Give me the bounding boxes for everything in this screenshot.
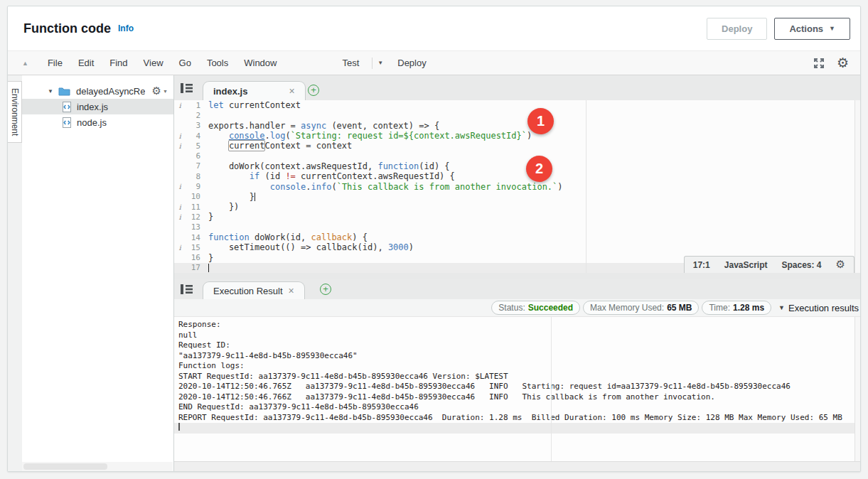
gutter-cell[interactable]: i4 bbox=[174, 131, 205, 141]
code-line-10: 10 } bbox=[174, 192, 860, 202]
execution-console[interactable]: Response:nullRequest ID:"aa137379-9c11-4… bbox=[174, 317, 860, 461]
code-line-3: 3exports.handler = async (event, context… bbox=[174, 121, 860, 131]
js-file-icon bbox=[63, 117, 71, 128]
line-number: 9 bbox=[186, 182, 205, 191]
status-badge: Status:Succeeded bbox=[491, 301, 580, 315]
console-line-13 bbox=[174, 423, 860, 434]
ide-settings-gear-icon[interactable]: ⚙ bbox=[837, 56, 849, 70]
actions-button[interactable]: Actions ▼ bbox=[774, 18, 850, 40]
tree-settings-button[interactable]: ⚙ ▼ bbox=[152, 86, 173, 97]
code-text: } bbox=[205, 212, 213, 222]
menu-items: FileEditFindViewGoToolsWindow bbox=[40, 58, 285, 68]
tree-scrollbar[interactable] bbox=[22, 462, 173, 471]
gutter-cell[interactable]: i1 bbox=[174, 101, 205, 110]
gutter-info-icon: i bbox=[174, 213, 186, 221]
tab-execution-result[interactable]: Execution Result × bbox=[203, 281, 305, 299]
info-link[interactable]: Info bbox=[118, 23, 134, 33]
folder-expander-icon[interactable]: ▼ bbox=[48, 88, 53, 95]
gutter-info-icon: i bbox=[174, 132, 186, 140]
text-cursor bbox=[254, 193, 255, 201]
gutter-cell[interactable]: 3 bbox=[174, 121, 205, 130]
code-line-2: 2 bbox=[174, 110, 860, 120]
tab-index-js[interactable]: index.js × bbox=[203, 81, 306, 100]
console-scrollbar[interactable] bbox=[854, 317, 860, 461]
menu-item-test[interactable]: Test bbox=[334, 58, 367, 68]
line-number: 12 bbox=[186, 212, 205, 222]
code-text: exports.handler = async (event, context)… bbox=[205, 121, 439, 131]
gutter-info-icon: i bbox=[174, 203, 186, 211]
gutter-info-icon: i bbox=[174, 142, 186, 150]
menu-item-go[interactable]: Go bbox=[171, 58, 199, 68]
menu-item-view[interactable]: View bbox=[136, 58, 171, 68]
menu-item-find[interactable]: Find bbox=[102, 58, 135, 68]
menu-item-window[interactable]: Window bbox=[236, 58, 284, 68]
ide-content: Environment ▼ delayedAsyncReturn ⚙ ▼ ind… bbox=[8, 75, 860, 471]
gutter-cell[interactable]: i5 bbox=[174, 141, 205, 151]
console-line-10: 2020-10-14T12:50:46.766Z aa137379-9c11-4… bbox=[174, 392, 860, 403]
gutter-cell[interactable]: 6 bbox=[174, 151, 205, 161]
chevron-down-icon: ▼ bbox=[829, 26, 835, 32]
spaces-setting[interactable]: Spaces: 4 bbox=[782, 260, 822, 270]
close-tab-icon[interactable]: × bbox=[289, 85, 294, 97]
gutter-cell[interactable]: 10 bbox=[174, 192, 205, 201]
gutter-cell[interactable]: 13 bbox=[174, 222, 205, 232]
console-hscrollbar[interactable] bbox=[174, 461, 860, 471]
tree-file-index.js[interactable]: index.js bbox=[22, 99, 173, 114]
file-name: node.js bbox=[77, 117, 107, 128]
console-line-4: Request ID: bbox=[174, 340, 860, 351]
test-dropdown-icon[interactable]: ▼ bbox=[377, 60, 383, 66]
gutter-cell[interactable]: i12 bbox=[174, 212, 205, 222]
code-line-13: 13 bbox=[174, 222, 860, 232]
close-result-tab-icon[interactable]: × bbox=[289, 285, 294, 296]
execution-results-toggle[interactable]: ▼ Execution results bbox=[778, 303, 859, 313]
js-file-icon bbox=[63, 102, 71, 112]
console-line-7: Function logs: bbox=[174, 361, 860, 372]
code-line-8: 8 if (id != currentContext.awsRequestId)… bbox=[174, 171, 860, 181]
gutter-cell[interactable]: 7 bbox=[174, 161, 205, 171]
output-tab-list-icon[interactable] bbox=[181, 284, 193, 294]
gutter-cell[interactable]: i15 bbox=[174, 243, 205, 252]
tree-file-node.js[interactable]: node.js bbox=[22, 114, 173, 130]
code-line-12: i12} bbox=[174, 212, 860, 222]
menu-item-tools[interactable]: Tools bbox=[199, 58, 236, 68]
gutter-cell[interactable]: 2 bbox=[174, 111, 205, 120]
code-line-9: i9 console.info(`This callback is from a… bbox=[174, 181, 860, 191]
tab-list-icon[interactable] bbox=[181, 83, 193, 93]
console-line-8: START RequestId: aa137379-9c11-4e8d-b45b… bbox=[174, 372, 860, 382]
editor-scrollbar[interactable] bbox=[854, 100, 860, 273]
header-buttons: Deploy Actions ▼ bbox=[707, 18, 850, 40]
code-line-5: i5 currentContext = context bbox=[174, 141, 860, 151]
console-line-11: END RequestId: aa137379-9c11-4e8d-b45b-8… bbox=[174, 402, 860, 413]
annotation-badge-1: 1 bbox=[527, 108, 554, 134]
menu-item-file[interactable]: File bbox=[40, 58, 70, 68]
deploy-button[interactable]: Deploy bbox=[707, 18, 767, 40]
code-text: doWork(context.awsRequestId, function(id… bbox=[205, 161, 450, 171]
menu-item-edit[interactable]: Edit bbox=[70, 58, 102, 68]
tree-scrollbar-thumb[interactable] bbox=[23, 463, 107, 470]
menu-item-deploy[interactable]: Deploy bbox=[397, 58, 426, 68]
gutter-cell[interactable]: i9 bbox=[174, 182, 205, 191]
gutter-info-icon: i bbox=[174, 183, 186, 190]
environment-tab[interactable]: Environment bbox=[8, 81, 22, 143]
language-mode[interactable]: JavaScript bbox=[724, 260, 768, 270]
collapse-pane-icon[interactable]: ▲ bbox=[22, 60, 28, 67]
gutter-cell[interactable]: 14 bbox=[174, 233, 205, 242]
code-editor[interactable]: i1let currentContext23exports.handler = … bbox=[174, 100, 860, 273]
cursor-position[interactable]: 17:1 bbox=[693, 260, 710, 270]
folder-icon bbox=[58, 87, 70, 96]
tree-folder-row[interactable]: ▼ delayedAsyncReturn ⚙ ▼ bbox=[22, 83, 173, 99]
fullscreen-icon[interactable] bbox=[813, 57, 825, 70]
file-name: index.js bbox=[77, 102, 108, 112]
gutter-cell[interactable]: 8 bbox=[174, 172, 205, 181]
editor-settings-gear-icon[interactable]: ⚙ bbox=[836, 259, 845, 270]
gutter-cell[interactable]: 17 bbox=[174, 263, 205, 272]
line-number: 5 bbox=[186, 141, 205, 151]
new-tab-icon[interactable]: + bbox=[308, 85, 319, 96]
line-number: 13 bbox=[186, 222, 205, 232]
status-badge: Time:1.28 ms bbox=[702, 301, 771, 315]
line-number: 14 bbox=[186, 233, 205, 242]
output-new-tab-icon[interactable]: + bbox=[320, 284, 331, 295]
gutter-cell[interactable]: 16 bbox=[174, 253, 205, 262]
gutter-cell[interactable]: i11 bbox=[174, 203, 205, 212]
code-line-14: 14function doWork(id, callback) { bbox=[174, 232, 860, 242]
